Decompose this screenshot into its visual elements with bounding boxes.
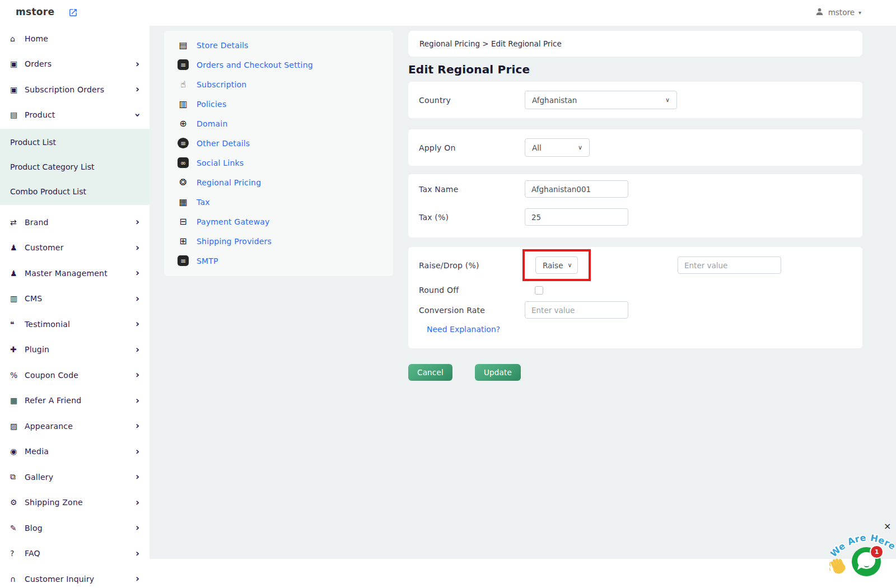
sidebar-item-label: Testimonial xyxy=(25,320,136,329)
tax-pct-input[interactable] xyxy=(525,208,628,226)
orders-icon: ▣ xyxy=(10,59,25,68)
settings-item-label: Subscription xyxy=(197,80,246,89)
tax-name-input[interactable] xyxy=(525,180,628,198)
policies-icon: ▥ xyxy=(178,99,189,110)
country-select[interactable]: Afghanistan ∨ xyxy=(525,91,677,109)
chevron-down-icon: › xyxy=(133,113,142,117)
sidebar-item-product-category-list[interactable]: Product Category List xyxy=(0,155,150,179)
sidebar-item-subscription-orders[interactable]: ▣Subscription Orders› xyxy=(0,77,150,102)
sidebar-item-product-list[interactable]: Product List xyxy=(0,130,150,155)
sidebar: ⌂Home▣Orders›▣Subscription Orders›▤Produ… xyxy=(0,26,150,588)
need-explanation-link[interactable]: Need Explanation? xyxy=(427,325,500,334)
settings-item-label: Store Details xyxy=(197,41,249,50)
settings-item-other-details[interactable]: ≡Other Details xyxy=(164,133,393,153)
chevron-right-icon: › xyxy=(136,472,139,482)
raise-drop-value-input[interactable] xyxy=(678,256,781,274)
sidebar-item-cms[interactable]: ▥CMS› xyxy=(0,286,150,312)
sidebar-item-blog[interactable]: ✎Blog› xyxy=(0,515,150,541)
sidebar-item-testimonial[interactable]: ❝Testimonial› xyxy=(0,311,150,337)
chevron-right-icon: › xyxy=(136,319,139,329)
subscription-orders-icon: ▣ xyxy=(10,85,25,94)
settings-item-label: Orders and Checkout Setting xyxy=(197,60,313,69)
gallery-icon: ⧉ xyxy=(10,472,25,482)
settings-item-store-details[interactable]: ▤Store Details xyxy=(164,35,393,55)
sidebar-item-label: Shipping Zone xyxy=(25,498,136,507)
chat-unread-badge: 1 xyxy=(870,545,884,559)
settings-item-domain[interactable]: ⊕Domain xyxy=(164,114,393,133)
apply-on-select-value: All xyxy=(532,143,542,152)
sidebar-item-combo-product-list[interactable]: Combo Product List xyxy=(0,179,150,204)
country-label: Country xyxy=(419,96,525,105)
breadcrumb[interactable]: Regional Pricing > Edit Regional Price xyxy=(408,31,862,57)
user-name: mstore xyxy=(828,8,855,17)
settings-item-policies[interactable]: ▥Policies xyxy=(164,94,393,114)
external-link-icon[interactable] xyxy=(68,8,78,17)
sidebar-item-master-management[interactable]: ♟Master Management› xyxy=(0,260,150,286)
country-select-value: Afghanistan xyxy=(532,96,577,105)
sidebar-item-plugin[interactable]: ✚Plugin› xyxy=(0,337,150,363)
appearance-icon: ▨ xyxy=(10,422,25,431)
sidebar-item-label: Orders xyxy=(25,59,136,68)
update-button[interactable]: Update xyxy=(475,364,521,381)
cancel-button[interactable]: Cancel xyxy=(408,364,452,381)
sidebar-item-brand[interactable]: ⇄Brand› xyxy=(0,209,150,235)
sidebar-item-refer-a-friend[interactable]: ▦Refer A Friend› xyxy=(0,388,150,414)
sidebar-item-appearance[interactable]: ▨Appearance› xyxy=(0,413,150,439)
refer-a-friend-icon: ▦ xyxy=(10,396,25,405)
orders-and-checkout-setting-icon: ≡ xyxy=(178,59,189,70)
sidebar-item-product[interactable]: ▤Product› xyxy=(0,102,150,128)
tax-name-label: Tax Name xyxy=(419,185,525,194)
sidebar-item-label: CMS xyxy=(25,294,136,303)
settings-item-social-links[interactable]: ∞Social Links xyxy=(164,153,393,172)
app-window: mstore mstore ▾ ⌂Home▣Orders›▣Subscripti… xyxy=(0,0,896,588)
regional-pricing-icon: ❂ xyxy=(178,177,189,188)
store-logo: mstore xyxy=(16,6,54,17)
tax-card: Tax Name Tax (%) xyxy=(408,174,862,237)
sidebar-item-gallery[interactable]: ⧉Gallery› xyxy=(0,464,150,490)
chevron-right-icon: › xyxy=(136,549,139,558)
master-management-icon: ♟ xyxy=(10,269,25,278)
sidebar-item-shipping-zone[interactable]: ⚙Shipping Zone› xyxy=(0,490,150,516)
settings-menu-panel: ▤Store Details≡Orders and Checkout Setti… xyxy=(164,31,393,276)
settings-item-orders-and-checkout-setting[interactable]: ≡Orders and Checkout Setting xyxy=(164,55,393,74)
chevron-right-icon: › xyxy=(136,447,139,456)
sidebar-item-customer-inquiry[interactable]: ∩Customer Inquiry› xyxy=(0,566,150,588)
sidebar-item-label: Coupon Code xyxy=(25,371,136,380)
sidebar-item-label: FAQ xyxy=(25,549,136,558)
chevron-right-icon: › xyxy=(136,294,139,304)
raise-drop-row: Raise/Drop (%) Raise ∨ xyxy=(419,249,852,281)
chevron-right-icon: › xyxy=(136,421,139,431)
settings-item-smtp[interactable]: ≡SMTP xyxy=(164,251,393,270)
settings-item-label: Policies xyxy=(197,100,226,109)
cms-icon: ▥ xyxy=(10,294,25,303)
sidebar-item-label: Customer Inquiry xyxy=(25,575,136,584)
apply-on-select[interactable]: All ∨ xyxy=(525,138,590,157)
waving-hand-icon xyxy=(829,558,848,575)
conversion-rate-input[interactable] xyxy=(525,301,628,319)
sidebar-item-customer[interactable]: ♟Customer› xyxy=(0,235,150,261)
sidebar-item-media[interactable]: ◉Media› xyxy=(0,439,150,465)
chat-close-icon[interactable]: × xyxy=(884,521,891,531)
settings-item-label: Social Links xyxy=(197,158,244,167)
user-menu[interactable]: mstore ▾ xyxy=(815,7,861,18)
settings-item-payment-gateway[interactable]: ⊟Payment Gateway xyxy=(164,212,393,231)
settings-item-subscription[interactable]: ☝Subscription xyxy=(164,74,393,94)
sidebar-item-label: Refer A Friend xyxy=(25,396,136,405)
store-details-icon: ▤ xyxy=(178,40,189,51)
sidebar-item-orders[interactable]: ▣Orders› xyxy=(0,52,150,77)
settings-item-regional-pricing[interactable]: ❂Regional Pricing xyxy=(164,172,393,192)
shipping-zone-icon: ⚙ xyxy=(10,498,25,507)
sidebar-item-faq[interactable]: ?FAQ› xyxy=(0,541,150,567)
settings-item-tax[interactable]: ▦Tax xyxy=(164,192,393,212)
smtp-icon: ≡ xyxy=(178,255,189,266)
page-title: Edit Regional Price xyxy=(408,62,862,77)
customer-icon: ♟ xyxy=(10,243,25,252)
sidebar-item-coupon-code[interactable]: %Coupon Code› xyxy=(0,362,150,388)
settings-item-shipping-providers[interactable]: ⊞Shipping Providers xyxy=(164,231,393,251)
round-off-checkbox[interactable] xyxy=(535,286,543,295)
settings-item-label: Domain xyxy=(197,119,228,128)
blog-icon: ✎ xyxy=(10,524,25,533)
sidebar-item-home[interactable]: ⌂Home xyxy=(0,26,150,52)
brand-icon: ⇄ xyxy=(10,218,25,227)
raise-drop-select[interactable]: Raise ∨ xyxy=(535,256,578,274)
